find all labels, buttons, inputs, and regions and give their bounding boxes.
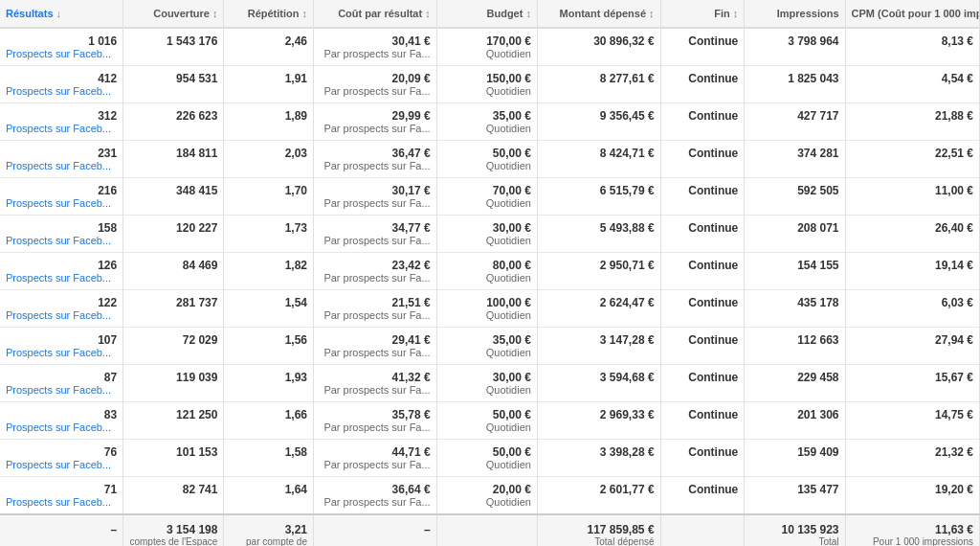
col-header-montant[interactable]: Montant dépensé↕ xyxy=(537,0,660,28)
cell-impressions-1: 1 825 043 xyxy=(745,66,845,103)
cell-cout-10: 35,78 €Par prospects sur Fa... xyxy=(313,402,436,440)
cell-montant-11: 3 398,28 € xyxy=(537,440,660,477)
cpm-value: 8,13 € xyxy=(942,34,973,48)
cell-repetition-1: 1,91 xyxy=(224,66,314,103)
cell-cpm-5: 26,40 € xyxy=(845,216,979,253)
footer-cell-couverture: 3 154 198comptes de l'Espace ... xyxy=(123,514,224,546)
fin-value: Continue xyxy=(688,184,738,197)
cell-repetition-10: 1,66 xyxy=(224,402,314,440)
result-value: 76 xyxy=(104,445,117,459)
result-value: 83 xyxy=(104,408,117,421)
result-link[interactable]: Prospects sur Faceb... xyxy=(6,459,117,470)
cout-sub: Par prospects sur Fa... xyxy=(320,48,431,59)
repetition-value: 1,82 xyxy=(285,259,307,272)
result-link[interactable]: Prospects sur Faceb... xyxy=(6,160,117,171)
table-row: 87Prospects sur Faceb...119 0391,9341,32… xyxy=(0,365,980,402)
montant-value: 8 424,71 € xyxy=(600,147,655,160)
cell-montant-3: 8 424,71 € xyxy=(537,141,660,178)
cell-resultats-4: 216Prospects sur Faceb... xyxy=(0,178,123,216)
col-header-couverture[interactable]: Couverture↕ xyxy=(123,0,224,28)
col-header-resultats[interactable]: Résultats↓ xyxy=(0,0,123,28)
couverture-value: 954 531 xyxy=(176,72,217,85)
budget-value: 50,00 € xyxy=(493,147,531,160)
budget-sub: Quotidien xyxy=(443,123,531,134)
result-link[interactable]: Prospects sur Faceb... xyxy=(6,123,117,134)
cell-budget-10: 50,00 €Quotidien xyxy=(436,402,537,440)
cell-repetition-11: 1,58 xyxy=(224,440,314,477)
cout-sub: Par prospects sur Fa... xyxy=(320,160,431,171)
fin-value: Continue xyxy=(688,147,738,160)
impressions-value: 592 505 xyxy=(797,184,838,197)
result-link[interactable]: Prospects sur Faceb... xyxy=(6,347,117,358)
cell-repetition-12: 1,64 xyxy=(224,477,314,515)
fin-value: Continue xyxy=(688,408,738,421)
cpm-value: 11,00 € xyxy=(935,184,973,197)
cell-budget-4: 70,00 €Quotidien xyxy=(436,178,537,216)
footer-cell-fin xyxy=(660,514,745,546)
cell-resultats-1: 412Prospects sur Faceb... xyxy=(0,66,123,103)
result-link[interactable]: Prospects sur Faceb... xyxy=(6,384,117,396)
cell-cout-0: 30,41 €Par prospects sur Fa... xyxy=(313,28,436,66)
cell-couverture-1: 954 531 xyxy=(123,66,224,103)
result-link[interactable]: Prospects sur Faceb... xyxy=(6,85,117,97)
cout-value: 36,47 € xyxy=(392,147,431,160)
fin-value: Continue xyxy=(688,221,738,235)
cout-value: 35,78 € xyxy=(392,408,431,421)
cell-fin-7: Continue xyxy=(660,290,745,328)
cell-repetition-7: 1,54 xyxy=(224,290,314,328)
montant-value: 2 624,47 € xyxy=(600,296,655,309)
couverture-value: 101 153 xyxy=(176,445,217,459)
fin-value: Continue xyxy=(688,445,738,459)
cpm-value: 26,40 € xyxy=(935,221,973,235)
table-row: 216Prospects sur Faceb...348 4151,7030,1… xyxy=(0,178,980,216)
cell-cpm-12: 19,20 € xyxy=(845,477,979,515)
montant-value: 2 969,33 € xyxy=(600,408,655,421)
cell-impressions-10: 201 306 xyxy=(745,402,845,440)
repetition-value: 1,64 xyxy=(285,483,307,496)
cell-couverture-7: 281 737 xyxy=(123,290,224,328)
cell-montant-2: 9 356,45 € xyxy=(537,103,660,141)
cell-fin-4: Continue xyxy=(660,178,745,216)
cpm-value: 19,14 € xyxy=(935,259,973,272)
cell-cpm-8: 27,94 € xyxy=(845,328,979,365)
fin-value: Continue xyxy=(688,296,738,309)
cell-resultats-9: 87Prospects sur Faceb... xyxy=(0,365,123,402)
cell-montant-8: 3 147,28 € xyxy=(537,328,660,365)
cout-value: 29,99 € xyxy=(392,109,431,123)
cell-resultats-7: 122Prospects sur Faceb... xyxy=(0,290,123,328)
footer-couverture-val: 3 154 198 xyxy=(167,523,217,536)
footer-cpm-val: 11,63 € xyxy=(935,523,973,536)
result-link[interactable]: Prospects sur Faceb... xyxy=(6,48,117,59)
budget-sub: Quotidien xyxy=(443,309,531,321)
col-header-fin[interactable]: Fin↕ xyxy=(660,0,745,28)
budget-value: 100,00 € xyxy=(486,296,531,309)
result-link[interactable]: Prospects sur Faceb... xyxy=(6,496,117,508)
cout-value: 36,64 € xyxy=(392,483,431,496)
result-link[interactable]: Prospects sur Faceb... xyxy=(6,421,117,433)
montant-value: 3 147,28 € xyxy=(600,333,655,347)
repetition-value: 1,89 xyxy=(285,109,307,123)
cell-montant-12: 2 601,77 € xyxy=(537,477,660,515)
budget-value: 30,00 € xyxy=(493,371,531,384)
result-link[interactable]: Prospects sur Faceb... xyxy=(6,235,117,246)
repetition-value: 1,58 xyxy=(285,445,307,459)
cell-fin-11: Continue xyxy=(660,440,745,477)
couverture-value: 184 811 xyxy=(176,147,217,160)
budget-sub: Quotidien xyxy=(443,160,531,171)
result-link[interactable]: Prospects sur Faceb... xyxy=(6,197,117,209)
result-link[interactable]: Prospects sur Faceb... xyxy=(6,272,117,284)
col-header-repetition[interactable]: Répétition↕ xyxy=(224,0,314,28)
montant-value: 2 950,71 € xyxy=(600,259,655,272)
result-value: 107 xyxy=(98,333,117,347)
result-link[interactable]: Prospects sur Faceb... xyxy=(6,309,117,321)
cell-couverture-5: 120 227 xyxy=(123,216,224,253)
impressions-value: 427 717 xyxy=(797,109,838,123)
cell-impressions-11: 159 409 xyxy=(745,440,845,477)
cell-couverture-3: 184 811 xyxy=(123,141,224,178)
col-header-cout[interactable]: Coût par résultat↕ xyxy=(313,0,436,28)
repetition-value: 1,70 xyxy=(285,184,307,197)
col-header-budget[interactable]: Budget↕ xyxy=(436,0,537,28)
footer-cell-cout: – xyxy=(313,514,436,546)
couverture-value: 226 623 xyxy=(176,109,217,123)
budget-value: 20,00 € xyxy=(493,483,531,496)
